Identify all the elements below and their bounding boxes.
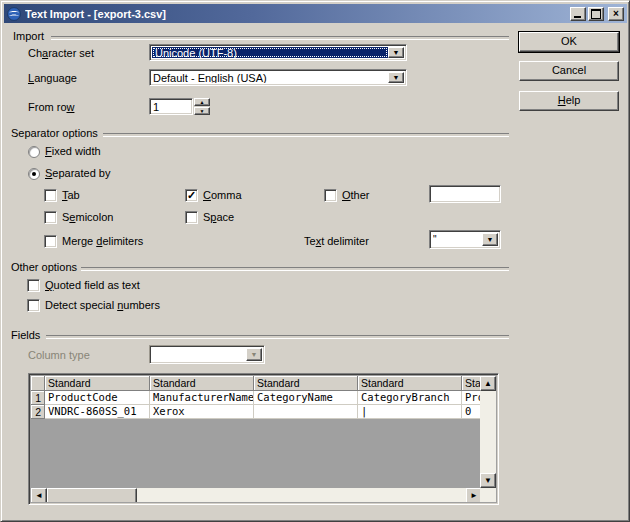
corner-header-cell — [31, 376, 45, 391]
scroll-left-icon: ◄ — [35, 492, 43, 500]
label-text: elimiters — [102, 235, 143, 247]
table-cell[interactable]: 0 — [462, 405, 482, 419]
from-row-stepper: ▲ ▼ — [194, 98, 210, 115]
label-text: anguage — [34, 72, 77, 84]
column-header[interactable]: Standard — [462, 376, 482, 391]
table-header-row: Standard Standard Standard Standard Stan… — [31, 376, 482, 391]
semicolon-checkbox[interactable] — [44, 211, 57, 224]
ok-button[interactable]: OK — [519, 32, 619, 52]
preview-table: Standard Standard Standard Standard Stan… — [28, 373, 499, 505]
chevron-down-icon: ▼ — [393, 49, 400, 56]
row-number-cell: 1 — [31, 391, 45, 405]
minimize-icon — [574, 16, 581, 18]
label-text: racter set — [48, 47, 94, 59]
character-set-value: Unicode (UTF-8) — [152, 47, 388, 58]
maximize-button[interactable] — [588, 7, 604, 21]
language-value: Default - English (USA) — [153, 72, 387, 83]
character-set-combobox[interactable]: Unicode (UTF-8) ▼ — [149, 44, 407, 61]
from-row-label: From row — [28, 101, 74, 114]
text-delimiter-dropdown-button[interactable]: ▼ — [482, 233, 498, 246]
table-row: 2 VNDRC-860SS_01 Xerox | 0 — [31, 405, 482, 419]
table-cell[interactable]: ProductCode — [45, 391, 150, 405]
group-line-other-options — [81, 267, 509, 271]
merge-delimiters-label[interactable]: Merge delimiters — [62, 235, 143, 248]
table-cell[interactable]: CategoryName — [254, 391, 358, 405]
scroll-left-button[interactable]: ◄ — [31, 488, 47, 502]
quoted-field-label[interactable]: Quoted field as text — [45, 279, 140, 292]
tab-label[interactable]: Tab — [62, 189, 80, 202]
label-text: Te — [304, 235, 316, 247]
column-header[interactable]: Standard — [45, 376, 150, 391]
from-row-field[interactable] — [149, 98, 193, 115]
detect-special-numbers-label[interactable]: Detect special numbers — [45, 299, 160, 312]
table-cell[interactable]: | — [358, 405, 462, 419]
label-mnemonic: F — [45, 145, 52, 157]
label-text: micolon — [75, 211, 113, 223]
label-text: Ch — [28, 47, 42, 59]
other-separator-input[interactable] — [430, 186, 500, 202]
column-header[interactable]: Standard — [150, 376, 254, 391]
scrollbar-thumb[interactable] — [47, 488, 137, 502]
group-line-separator — [103, 133, 509, 137]
text-delimiter-label: Text delimiter — [304, 235, 369, 248]
close-button[interactable]: × — [608, 7, 624, 21]
group-label-import: Import — [13, 30, 44, 42]
table-cell[interactable] — [254, 405, 358, 419]
fixed-width-label[interactable]: Fixed width — [45, 145, 101, 158]
text-delimiter-value: " — [433, 233, 481, 246]
app-icon — [7, 7, 21, 21]
minimize-button[interactable] — [570, 7, 586, 21]
scroll-up-icon: ▲ — [484, 380, 492, 388]
table-cell[interactable]: Xerox — [150, 405, 254, 419]
horizontal-scrollbar[interactable]: ◄ ► — [31, 488, 482, 502]
detect-special-numbers-checkbox[interactable] — [27, 299, 40, 312]
other-label[interactable]: Other — [342, 189, 370, 202]
semicolon-label[interactable]: Semicolon — [62, 211, 113, 224]
column-type-value — [153, 348, 245, 361]
merge-delimiters-checkbox[interactable] — [44, 235, 57, 248]
vertical-scrollbar[interactable]: ▲ ▼ — [480, 376, 496, 488]
comma-checkbox[interactable]: ✓ — [185, 189, 198, 202]
group-label-fields: Fields — [11, 329, 40, 341]
text-delimiter-combobox[interactable]: " ▼ — [429, 230, 501, 249]
other-checkbox[interactable] — [324, 189, 337, 202]
column-header[interactable]: Standard — [254, 376, 358, 391]
titlebar[interactable]: Text Import - [export-3.csv] × — [4, 4, 627, 23]
label-mnemonic: H — [558, 94, 566, 106]
column-header[interactable]: Standard — [358, 376, 462, 391]
label-text: From ro — [28, 101, 67, 113]
spin-down-button[interactable]: ▼ — [194, 107, 210, 115]
tab-checkbox[interactable] — [44, 189, 57, 202]
scroll-down-icon: ▼ — [484, 477, 492, 485]
spin-up-icon: ▲ — [200, 100, 205, 105]
label-text: elp — [566, 94, 581, 106]
separated-by-radio[interactable] — [28, 168, 40, 180]
help-button[interactable]: Help — [519, 91, 619, 111]
scroll-down-button[interactable]: ▼ — [480, 473, 496, 488]
character-set-dropdown-button[interactable]: ▼ — [388, 47, 404, 58]
fixed-width-radio[interactable] — [28, 146, 40, 158]
group-label-separator-options: Separator options — [11, 127, 98, 139]
table-row: 1 ProductCode ManufacturerName CategoryN… — [31, 391, 482, 405]
quoted-field-checkbox[interactable] — [27, 279, 40, 292]
scrollbar-corner — [480, 488, 496, 502]
comma-label[interactable]: Comma — [203, 189, 242, 202]
table-cell[interactable]: ManufacturerName — [150, 391, 254, 405]
space-label[interactable]: Space — [203, 211, 234, 224]
spin-up-button[interactable]: ▲ — [194, 98, 210, 106]
table-cell[interactable]: VNDRC-860SS_01 — [45, 405, 150, 419]
scroll-up-button[interactable]: ▲ — [480, 376, 496, 391]
preview-table-inner: Standard Standard Standard Standard Stan… — [31, 376, 496, 502]
table-cell[interactable]: CategoryBranch — [358, 391, 462, 405]
space-checkbox[interactable] — [185, 211, 198, 224]
cancel-button[interactable]: Cancel — [519, 61, 619, 81]
other-separator-field[interactable] — [429, 185, 501, 203]
radio-dot-icon — [32, 172, 36, 176]
language-combobox[interactable]: Default - English (USA) ▼ — [149, 69, 407, 86]
chevron-down-icon: ▼ — [393, 74, 400, 81]
table-cell[interactable]: Pro — [462, 391, 482, 405]
language-dropdown-button[interactable]: ▼ — [388, 72, 404, 83]
separated-by-label[interactable]: Separated by — [45, 167, 110, 180]
from-row-input[interactable] — [150, 99, 192, 114]
label-text: uoted field as text — [54, 279, 140, 291]
